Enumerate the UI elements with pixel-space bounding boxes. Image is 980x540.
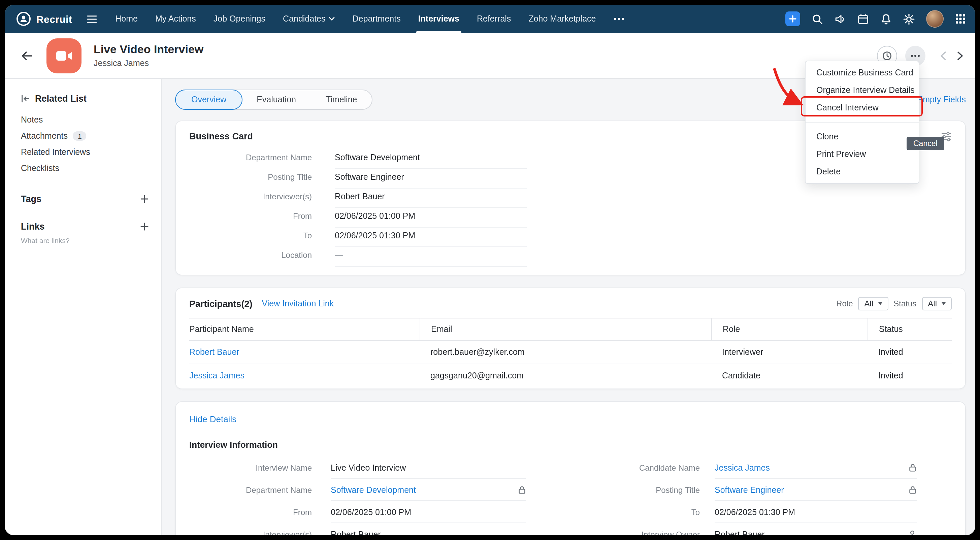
links-section-header: Links	[21, 222, 149, 232]
detail-row: Department Name Software Development	[189, 481, 526, 503]
next-record-icon[interactable]	[957, 51, 963, 60]
menu-item-delete[interactable]: Delete	[805, 163, 919, 181]
interview-information-title: Interview Information	[189, 440, 952, 450]
nav-more-button[interactable]	[605, 5, 633, 33]
participant-name-link[interactable]: Jessica James	[189, 371, 245, 380]
field-value: Software Development	[331, 481, 526, 501]
record-type-tile	[46, 38, 81, 73]
main-nav: Home My Actions Job Openings Candidates …	[107, 5, 633, 33]
field-label: Posting Title	[539, 485, 700, 494]
status-filter-select[interactable]: All	[922, 297, 952, 310]
nav-item-home[interactable]: Home	[107, 5, 146, 33]
sidebar-item-attachments[interactable]: Attachments 1	[21, 128, 149, 144]
links-title: Links	[21, 222, 45, 232]
prev-record-icon[interactable]	[940, 51, 946, 60]
nav-item-interviews[interactable]: Interviews	[409, 5, 468, 33]
user-avatar[interactable]	[926, 10, 943, 28]
candidate-link[interactable]: Jessica James	[714, 463, 770, 472]
nav-item-my-actions[interactable]: My Actions	[146, 5, 205, 33]
details-grid: Interview Name Live Video Interview Depa…	[189, 459, 952, 535]
gear-icon[interactable]	[903, 13, 915, 25]
lock-icon	[518, 486, 526, 494]
field-label: Candidate Name	[539, 463, 700, 472]
nav-item-candidates-label: Candidates	[283, 14, 326, 24]
field-value: Robert Bauer	[331, 526, 526, 535]
menu-item-customize-business-card[interactable]: Customize Business Card	[805, 64, 919, 81]
announcement-icon[interactable]	[835, 13, 846, 25]
column-header[interactable]: Email	[420, 318, 711, 340]
role-filter-select[interactable]: All	[858, 297, 888, 310]
detail-row: Interview Name Live Video Interview	[189, 459, 526, 481]
hide-details-link[interactable]: Hide Details	[189, 414, 236, 424]
hamburger-icon[interactable]	[87, 14, 97, 23]
field-label: Department Name	[189, 153, 312, 162]
tags-title: Tags	[21, 194, 41, 204]
department-link[interactable]: Software Development	[331, 485, 416, 494]
nav-item-zoho-marketplace[interactable]: Zoho Marketplace	[520, 5, 605, 33]
column-header[interactable]: Participant Name	[189, 318, 420, 340]
add-link-button[interactable]	[140, 222, 149, 231]
participant-role-cell: Interviewer	[711, 341, 867, 364]
sidebar-item-checklists[interactable]: Checklists	[21, 160, 149, 176]
field-value-text: Robert Bauer	[331, 530, 381, 535]
search-icon[interactable]	[811, 13, 823, 25]
menu-item-organize-interview-details[interactable]: Organize Interview Details	[805, 81, 919, 99]
page-title: Live Video Interview	[94, 43, 204, 57]
participant-name-link[interactable]: Robert Bauer	[189, 348, 239, 357]
field-value: 02/06/2025 01:00 PM	[331, 503, 526, 523]
participant-status-cell: Invited	[867, 341, 952, 364]
more-actions-icon	[911, 54, 920, 57]
nav-item-referrals[interactable]: Referrals	[468, 5, 520, 33]
nav-item-departments[interactable]: Departments	[344, 5, 409, 33]
tab-overview[interactable]: Overview	[175, 89, 242, 110]
tags-section-header: Tags	[21, 194, 149, 204]
column-header[interactable]: Role	[711, 318, 867, 340]
back-arrow-icon[interactable]	[21, 50, 33, 61]
plus-icon	[140, 222, 149, 231]
add-tag-button[interactable]	[140, 195, 149, 203]
view-invitation-link[interactable]: View Invitation Link	[262, 299, 334, 308]
bell-icon[interactable]	[880, 13, 892, 25]
nav-item-candidates[interactable]: Candidates	[274, 5, 344, 33]
field-label: Department Name	[189, 485, 312, 494]
field-value: Robert Bauer	[335, 189, 527, 208]
field-value: Software Development	[335, 149, 527, 169]
column-header[interactable]: Status	[867, 318, 952, 340]
details-left-column: Interview Name Live Video Interview Depa…	[189, 459, 526, 535]
participant-status-cell: Invited	[867, 364, 952, 387]
detail-row: Candidate Name Jessica James	[539, 459, 917, 481]
brand[interactable]: Recruit	[16, 11, 72, 27]
role-filter-label: Role	[836, 299, 853, 308]
field-label: Interview Name	[189, 463, 312, 472]
field-value: Software Engineer	[335, 169, 527, 189]
sidebar-item-related-interviews[interactable]: Related Interviews	[21, 144, 149, 160]
top-nav: Recruit Home My Actions Job Openings Can…	[5, 5, 975, 33]
posting-title-link[interactable]: Software Engineer	[714, 485, 784, 494]
sidebar: Related List Notes Attachments 1 Related…	[5, 79, 162, 535]
collapse-icon[interactable]	[21, 94, 30, 103]
menu-item-print-preview[interactable]: Print Preview	[805, 145, 919, 163]
field-value: 02/06/2025 01:00 PM	[335, 208, 527, 227]
video-camera-icon	[55, 49, 73, 62]
field-row: To 02/06/2025 01:30 PM	[189, 227, 952, 247]
participant-email-cell: gagsganu20@gmail.com	[420, 364, 711, 387]
sidebar-item-label: Related Interviews	[21, 148, 90, 157]
tab-timeline[interactable]: Timeline	[311, 90, 372, 109]
apps-grid-icon[interactable]	[955, 13, 966, 24]
sidebar-item-notes[interactable]: Notes	[21, 112, 149, 128]
field-label: To	[539, 507, 700, 517]
table-header-row: Participant Name Email Role Status	[189, 318, 952, 341]
menu-item-cancel-interview[interactable]: Cancel Interview	[805, 99, 919, 116]
field-value: Live Video Interview	[331, 459, 526, 479]
calendar-icon[interactable]	[858, 13, 869, 25]
menu-item-clone[interactable]: Clone	[805, 128, 919, 145]
quick-add-button[interactable]	[785, 11, 800, 26]
nav-item-job-openings[interactable]: Job Openings	[205, 5, 274, 33]
detail-row: To 02/06/2025 01:30 PM	[539, 503, 917, 526]
tab-evaluation[interactable]: Evaluation	[242, 90, 311, 109]
details-right-column: Candidate Name Jessica James Posting Tit…	[539, 459, 917, 535]
related-list: Notes Attachments 1 Related Interviews C…	[21, 112, 149, 176]
recruit-logo-icon	[16, 11, 32, 27]
field-value-text: Live Video Interview	[331, 463, 406, 472]
field-value: 02/06/2025 01:30 PM	[714, 503, 917, 523]
